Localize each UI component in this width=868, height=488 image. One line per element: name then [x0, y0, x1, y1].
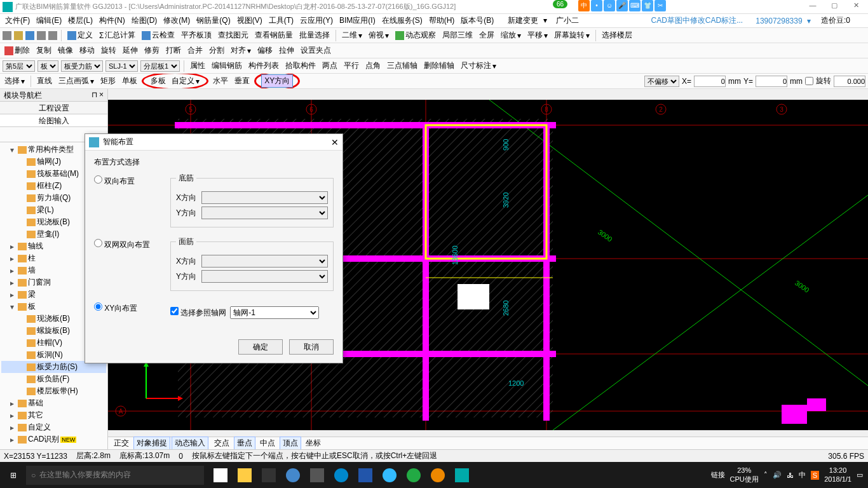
link-label[interactable]: 链接	[711, 470, 725, 480]
menu-edit[interactable]: 编辑(E)	[34, 14, 64, 27]
split-button[interactable]: 分割	[207, 44, 226, 57]
menu-cloud[interactable]: 云应用(Y)	[297, 14, 336, 27]
network-icon[interactable]: 🖧	[787, 471, 794, 479]
offset-button[interactable]: 偏移	[255, 44, 275, 57]
tree-item[interactable]: ▸CAD识别 NEW	[1, 433, 106, 445]
type-select[interactable]: 板受力筋	[61, 60, 103, 72]
tray-up-icon[interactable]: ˄	[764, 471, 768, 479]
account-label[interactable]: 13907298339 ▾	[750, 15, 813, 27]
line-button[interactable]: 直线	[35, 75, 54, 87]
edge-icon[interactable]	[330, 462, 353, 488]
stretch-button[interactable]: 拉伸	[277, 44, 296, 57]
new-change-button[interactable]: 新建变更 ▾	[498, 14, 549, 27]
batch-select-button[interactable]: 批量选择	[297, 29, 332, 41]
tree-item[interactable]: 板负筋(F)	[1, 373, 106, 385]
close-button[interactable]: ✕	[846, 1, 865, 13]
menu-floor[interactable]: 楼层(L)	[65, 14, 95, 27]
sum-button[interactable]: Σ 汇总计算	[97, 29, 137, 41]
orbit-button[interactable]: 动态观察	[393, 29, 438, 41]
pan-button[interactable]: 平移 ▾	[526, 29, 550, 41]
search-box[interactable]: ○ 在这里输入你要搜索的内容	[26, 466, 204, 485]
single-slab-button[interactable]: 单板	[120, 75, 139, 87]
ortho-toggle[interactable]: 正交	[111, 437, 132, 450]
open-icon[interactable]	[14, 31, 23, 40]
cancel-button[interactable]: 取消	[289, 339, 334, 355]
app3-icon[interactable]	[426, 462, 449, 488]
ie-icon[interactable]	[378, 462, 401, 488]
menu-rebar[interactable]: 钢筋量(Q)	[194, 14, 233, 27]
edit-rebar-button[interactable]: 编辑钢筋	[210, 60, 244, 72]
grip-button[interactable]: 设置夹点	[299, 44, 333, 57]
rect-button[interactable]: 矩形	[98, 75, 118, 87]
ime-emoji-icon[interactable]: ☺	[604, 0, 615, 11]
dialog-close-button[interactable]: ✕	[331, 137, 339, 147]
break-button[interactable]: 打断	[164, 44, 183, 57]
sogou-tray-icon[interactable]: S	[811, 471, 819, 480]
top-y-select[interactable]	[201, 270, 328, 283]
menu-bim[interactable]: BIM应用(I)	[337, 14, 378, 27]
pin-icon[interactable]: ⊓ ×	[92, 90, 104, 100]
radio-xy[interactable]: XY向布置	[94, 304, 137, 313]
move-button[interactable]: 移动	[78, 44, 97, 57]
member-list-button[interactable]: 构件列表	[247, 60, 281, 72]
ime-tool-icon[interactable]: ✂	[654, 0, 666, 11]
redo-icon[interactable]	[48, 31, 57, 40]
ref-grid-checkbox[interactable]: 选择参照轴网	[170, 307, 226, 318]
fullscreen-button[interactable]: 全屏	[477, 29, 496, 41]
ime-icon[interactable]: •	[591, 0, 602, 11]
volume-icon[interactable]: 🔊	[773, 471, 782, 479]
tree-item[interactable]: ▸自定义	[1, 421, 106, 433]
app2-icon[interactable]	[402, 462, 425, 488]
vertical-button[interactable]: 垂直	[233, 75, 252, 87]
rotate-button[interactable]: 旋转	[99, 44, 118, 57]
bottom-x-select[interactable]	[201, 191, 328, 204]
notification-badge[interactable]: 66	[553, 0, 567, 8]
radio-bidir[interactable]: 双向布置	[94, 177, 135, 186]
flush-button[interactable]: 平齐板顶	[179, 29, 214, 41]
action-center-icon[interactable]: ▭	[857, 471, 863, 479]
floor-select[interactable]: 第5层	[3, 60, 35, 72]
horizontal-button[interactable]: 水平	[211, 75, 230, 87]
rotate-checkbox[interactable]	[805, 77, 813, 85]
bottom-y-select[interactable]	[201, 207, 328, 219]
extend-button[interactable]: 延伸	[121, 44, 140, 57]
intersection-toggle[interactable]: 交点	[211, 437, 233, 450]
delete-button[interactable]: 删除	[3, 44, 32, 57]
select-floor-button[interactable]: 选择楼层	[600, 29, 634, 41]
ime-kbd-icon[interactable]: ⌨	[629, 0, 641, 11]
dimension-button[interactable]: 尺寸标注 ▾	[459, 60, 498, 72]
mirror-button[interactable]: 镜像	[56, 44, 75, 57]
menu-help[interactable]: 帮助(H)	[426, 14, 458, 27]
app1-icon[interactable]	[257, 462, 280, 488]
zoom-button[interactable]: 缩放 ▾	[499, 29, 523, 41]
custom-button[interactable]: 自定义 ▾	[170, 75, 201, 87]
word-icon[interactable]	[354, 462, 377, 488]
grid-select[interactable]: 轴网-1	[230, 306, 319, 319]
menu-modify[interactable]: 修改(M)	[161, 14, 193, 27]
three-point-axis-button[interactable]: 三点辅轴	[385, 60, 419, 72]
tree-item[interactable]: 楼层板带(H)	[1, 385, 106, 397]
multi-slab-button[interactable]: 多板	[149, 75, 168, 87]
edge-old-icon[interactable]	[281, 462, 304, 488]
angle-input[interactable]	[834, 76, 865, 87]
view-rebar-button[interactable]: 查看钢筋量	[253, 29, 295, 41]
user-button[interactable]: 广小二	[551, 14, 584, 27]
menu-view[interactable]: 视图(V)	[234, 14, 265, 27]
perpendicular-toggle[interactable]: 垂点	[234, 437, 255, 450]
explorer-icon[interactable]	[233, 462, 256, 488]
midpoint-toggle[interactable]: 中点	[257, 437, 278, 450]
trim-button[interactable]: 修剪	[142, 44, 161, 57]
dynamic-input-toggle[interactable]: 动态输入	[172, 437, 208, 450]
two-point-button[interactable]: 两点	[320, 60, 339, 72]
store-icon[interactable]	[306, 462, 329, 488]
menu-tools[interactable]: 工具(T)	[266, 14, 296, 27]
ime-toolbar[interactable]: 中 • ☺ 🎤 ⌨ 👕 ✂	[578, 0, 666, 11]
subfloor-select[interactable]: 分层板1	[140, 60, 180, 72]
menu-version[interactable]: 版本号(B)	[458, 14, 496, 27]
radio-double-net[interactable]: 双网双向布置	[94, 240, 150, 249]
delete-axis-button[interactable]: 删除辅轴	[422, 60, 456, 72]
tab-draw-input[interactable]: 绘图输入	[0, 114, 107, 127]
menu-online[interactable]: 在线服务(S)	[379, 14, 425, 27]
arc-button[interactable]: 三点画弧 ▾	[57, 75, 96, 87]
dialog-titlebar[interactable]: 智能布置 ✕	[85, 134, 342, 151]
